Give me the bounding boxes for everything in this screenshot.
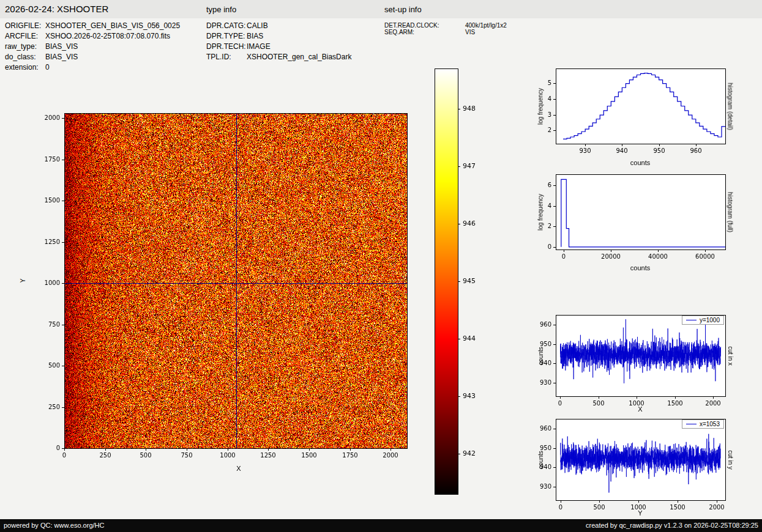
legend-line-icon [686,424,697,424]
footer-right-text: created by qc_rawdisp.py v1.2.3 on 2026-… [586,519,758,532]
meta-label: DET.READ.CLOCK: [384,22,439,29]
meta-value: XSHOOTER_gen_cal_BiasDark [247,53,351,61]
meta-label: DPR.CATG: [206,21,245,30]
meta-value: 0 [45,63,50,72]
bias-image-xlabel: X [236,465,241,472]
meta-label: DPR.TYPE: [206,32,245,40]
setup-info-heading: set-up info [384,5,422,14]
histogram-full-xlabel: counts [630,264,650,272]
meta-label: ORIGFILE: [5,21,41,30]
header-bar: 2026-02-24: XSHOOTER type info set-up in… [0,0,762,18]
histogram-detail-ylabel: log frequency [537,88,544,125]
meta-label: extension: [5,63,39,72]
meta-value: VIS [465,29,475,35]
qc-report-page: 2026-02-24: XSHOOTER type info set-up in… [0,0,762,532]
cut-y-legend-label: x=1053 [700,421,720,427]
legend-line-icon [686,320,697,320]
histogram-detail-canvas [532,61,741,164]
meta-label: TPL.ID: [206,53,231,61]
meta-label: ARCFILE: [5,32,38,40]
cut-x-ylabel: counts [537,347,544,364]
histogram-detail-xlabel: counts [630,159,650,166]
meta-value: CALIB [247,21,268,30]
meta-value: BIAS_VIS [45,42,78,51]
cut-x-right-label: cut in x [727,346,734,366]
bias-image-canvas [34,107,428,473]
bias-image-ylabel: Y [20,279,26,283]
cut-x-legend: y=1000 [682,316,724,325]
page-title: 2026-02-24: XSHOOTER [5,4,108,14]
histogram-full-canvas [532,167,741,270]
histogram-full-ylabel: log frequency [537,194,544,231]
type-info-heading: type info [206,5,236,14]
meta-label: raw_type: [5,42,37,51]
meta-value: XSHOO.2026-02-25T08:07:08.070.fits [45,32,170,40]
meta-value: BIAS_VIS [45,53,78,61]
cut-y-legend: x=1053 [682,419,724,429]
histogram-full-right-label: histogram (full) [727,192,734,232]
meta-label: DPR.TECH: [206,42,246,51]
footer-bar: powered by QC: www.eso.org/HC created by… [0,519,762,532]
footer-left-text: powered by QC: www.eso.org/HC [4,519,104,532]
cut-x-legend-label: y=1000 [700,317,720,323]
cut-y-ylabel: counts [537,451,544,468]
meta-value: 400k/1pt/lg/1x2 [465,22,507,29]
histogram-detail-right-label: histogram (detail) [727,83,734,130]
meta-value: XSHOOTER_GEN_BIAS_VIS_056_0025 [45,21,180,30]
meta-value: IMAGE [247,42,271,51]
cut-y-xlabel: Y [638,509,642,517]
meta-value: BIAS [247,32,263,40]
meta-label: do_class: [5,53,36,61]
cut-y-right-label: cut in y [727,450,734,470]
meta-label: SEQ.ARM: [384,29,414,35]
colorbar-canvas [428,67,484,498]
